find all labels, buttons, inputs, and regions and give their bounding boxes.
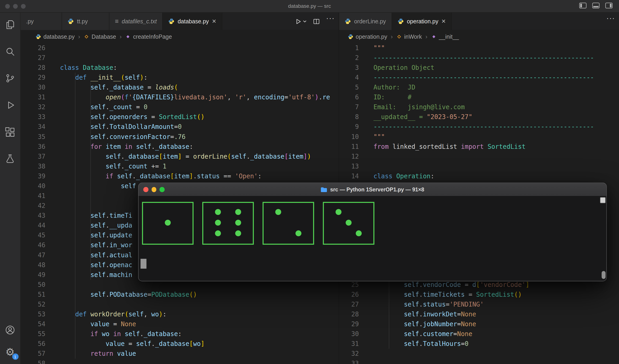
code-line[interactable]: 12	[339, 151, 619, 162]
code-line[interactable]: 4---------------------------------------…	[339, 73, 619, 82]
breadcrumb-item-inwork[interactable]: inWork	[396, 33, 422, 40]
toggle-primary-sidebar[interactable]	[579, 2, 587, 10]
close-icon[interactable]: ×	[441, 18, 446, 25]
code-line[interactable]: 26 self.timeTickets = SortedList()	[339, 290, 619, 299]
code-line[interactable]: 9---------------------------------------…	[339, 122, 619, 132]
activity-run-and-debug[interactable]	[4, 99, 16, 111]
toggle-panel-icon[interactable]	[592, 2, 600, 9]
code-text: self._database[item] = orderLine(self._d…	[45, 151, 311, 162]
code-line[interactable]: 13	[339, 162, 619, 171]
breadcrumb-item-createinfopage[interactable]: createInfoPage	[125, 33, 172, 40]
code-line[interactable]: 33	[339, 359, 619, 364]
line-number: 30	[339, 329, 359, 339]
zoom-button[interactable]	[21, 4, 26, 9]
code-line[interactable]: 29 def __init__(self):	[21, 73, 339, 82]
terminal-titlebar[interactable]: src — Python 1ServerOP1.py — 91×8	[139, 183, 606, 197]
toggle-sidebar-right-icon[interactable]	[605, 2, 613, 9]
action-more-actions[interactable]: ···	[326, 18, 333, 25]
terminal-title: src — Python 1ServerOP1.py — 91×8	[139, 187, 606, 192]
tab-py[interactable]: .py	[21, 13, 62, 30]
tab-tt-py[interactable]: tt.py	[62, 13, 110, 30]
code-line[interactable]: 53 def workOrder(self, wo):	[21, 309, 339, 319]
code-line[interactable]: 52	[21, 299, 339, 309]
code-line[interactable]: 38 self._count += 1	[21, 162, 339, 171]
code-line[interactable]: 36 for item in self._database:	[21, 142, 339, 151]
code-line[interactable]: 57 return value	[21, 349, 339, 359]
code-line[interactable]: 28 self.inworkDet=None	[339, 309, 619, 319]
code-line[interactable]: 27 self.status='PENDING'	[339, 299, 619, 309]
code-line[interactable]: 14class Operation:	[339, 171, 619, 181]
activity-source-control[interactable]	[4, 72, 16, 84]
tab-orderline-py[interactable]: orderLine.py	[339, 13, 392, 30]
terminal-zoom-button[interactable]	[159, 187, 165, 192]
close-icon[interactable]: ×	[212, 18, 216, 25]
breadcrumb-separator: ›	[78, 33, 80, 40]
activity-accounts[interactable]	[4, 324, 16, 336]
code-line[interactable]: 39 if self._database[item].status == 'Op…	[21, 171, 339, 181]
code-line[interactable]: 29 self.jobNumber=None	[339, 319, 619, 329]
activity-bar-top	[4, 19, 16, 165]
python-icon	[68, 18, 74, 25]
code-line[interactable]: 2---------------------------------------…	[339, 53, 619, 63]
code-line[interactable]: 32	[339, 349, 619, 359]
activity-settings[interactable]: ⚙1	[4, 346, 16, 358]
code-line[interactable]: 56 value = self._database[wo]	[21, 339, 339, 349]
tab-datafiles-c-txt[interactable]: ≡datafiles_c.txt	[109, 13, 163, 30]
action-run-python-file[interactable]	[295, 18, 307, 25]
toggle-panel[interactable]	[592, 2, 600, 10]
activity-search[interactable]	[4, 45, 16, 57]
breadcrumb-item-database-py[interactable]: database.py	[36, 33, 75, 40]
code-line[interactable]: 51 self.PODatabase=PODatabase()	[21, 290, 339, 299]
class-symbol-icon	[396, 34, 402, 39]
code-line[interactable]: 33 self.openorders = SortedList()	[21, 112, 339, 122]
action-split-editor[interactable]	[313, 18, 320, 25]
line-number: 55	[21, 329, 46, 339]
terminal-scrollbar-thumb[interactable]	[602, 271, 605, 279]
code-line[interactable]: 7Email: jsingh@live.com	[339, 102, 619, 112]
code-text: def __init__(self):	[45, 73, 148, 82]
code-text	[45, 191, 60, 201]
line-number: 51	[21, 290, 46, 299]
terminal-window[interactable]: src — Python 1ServerOP1.py — 91×8	[138, 183, 607, 281]
close-button[interactable]	[5, 4, 10, 9]
code-line[interactable]: 11from linked_sortedList import SortedLi…	[339, 142, 619, 151]
code-line[interactable]: 32 self._count = 0	[21, 102, 339, 112]
code-line[interactable]: 35 self.conversionFactor=.76	[21, 132, 339, 142]
code-line[interactable]: 31 self.TotalHours=0	[339, 339, 619, 349]
toggle-sidebar-left-icon[interactable]	[579, 2, 587, 9]
code-line[interactable]: 27	[21, 53, 339, 63]
activity-explorer[interactable]	[4, 19, 16, 30]
code-line[interactable]: 10"""	[339, 132, 619, 142]
window-titlebar[interactable]: database.py — src	[0, 0, 619, 13]
code-text: self.in_wor	[45, 240, 132, 250]
tab-operation-py[interactable]: operation.py×	[392, 13, 451, 30]
code-line[interactable]: 26	[21, 43, 339, 53]
code-line[interactable]: 30 self.customer=None	[339, 329, 619, 339]
code-line[interactable]: 37 self._database[item] = orderLine(self…	[21, 151, 339, 162]
breadcrumb-item-operation-py[interactable]: operation.py	[348, 33, 387, 40]
minimize-button[interactable]	[13, 4, 18, 9]
toggle-secondary-sidebar[interactable]	[605, 2, 613, 10]
code-line[interactable]: 3Operation Object	[339, 63, 619, 73]
breadcrumb-item-database[interactable]: Database	[84, 33, 116, 40]
code-line[interactable]: 54 value = None	[21, 319, 339, 329]
terminal-minimize-button[interactable]	[151, 187, 156, 192]
code-line[interactable]: 55 if wo in self._database:	[21, 329, 339, 339]
code-line[interactable]: 58	[21, 359, 339, 364]
code-line[interactable]: 30 self._database = loads(	[21, 82, 339, 92]
breadcrumb-item-init[interactable]: __init__	[431, 33, 459, 40]
code-line[interactable]: 31 open(f'{DATAFILES}livedata.json', 'r'…	[21, 92, 339, 102]
activity-extensions[interactable]	[4, 126, 16, 138]
code-line[interactable]: 8__updated__ = "2023-05-27"	[339, 112, 619, 122]
code-line[interactable]: 6ID: #	[339, 92, 619, 102]
code-line[interactable]: 34 self.TotalDollarAmount=0	[21, 122, 339, 132]
action-more-actions[interactable]: ···	[606, 18, 613, 25]
code-line[interactable]: 5Author: JD	[339, 82, 619, 92]
code-line[interactable]: 1"""	[339, 43, 619, 53]
terminal-close-button[interactable]	[143, 187, 148, 192]
code-line[interactable]: 28class Database:	[21, 63, 339, 73]
tab-label: datafiles_c.txt	[122, 18, 157, 25]
activity-testing[interactable]	[4, 153, 16, 165]
extensions-icon	[5, 126, 15, 137]
tab-database-py[interactable]: database.py×	[163, 13, 222, 30]
